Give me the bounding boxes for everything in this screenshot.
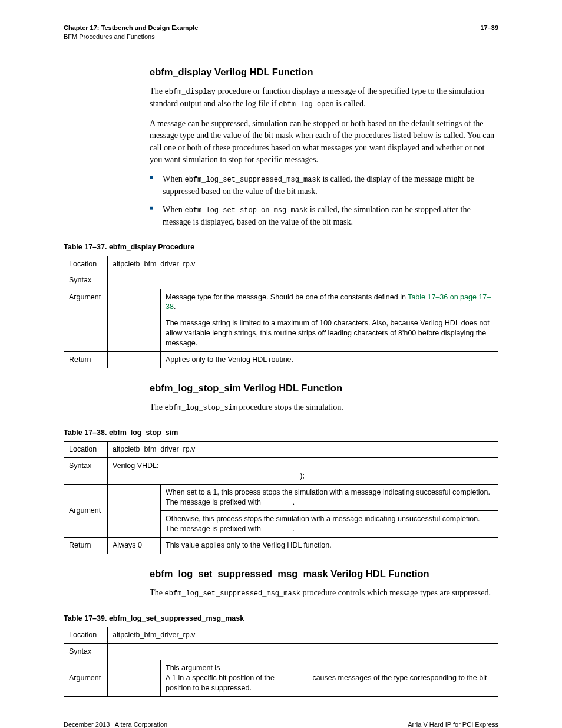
t39-caption: Table 17–39. ebfm_log_set_suppressed_msg… <box>64 614 498 624</box>
table-row: message The message string is limited to… <box>64 315 498 352</box>
t38-caption: Table 17–38. ebfm_log_stop_sim <box>64 428 498 439</box>
sec1-bullets: When ebfm_log_set_suppressed_msg_mask is… <box>150 173 498 228</box>
sec1-bullet1: When ebfm_log_set_suppressed_msg_mask is… <box>150 173 498 197</box>
table-row: Location altpcietb_bfm_driver_rp.v <box>64 442 498 458</box>
sec1-title: ebfm_display Verilog HDL Function <box>150 65 498 79</box>
sec2-p1: The ebfm_log_stop_sim procedure stops th… <box>150 401 498 413</box>
table-row: Argument msg_type Message type for the m… <box>64 289 498 315</box>
sec1-p1: The ebfm_display procedure or function d… <box>150 85 498 110</box>
table-row: Syntax ebfm_display(msg_type, message) <box>64 272 498 289</box>
table-row: Return Always 0 This value applies only … <box>64 538 498 554</box>
footer-right: Arria V Hard IP for PCI Express User Gui… <box>408 720 498 728</box>
sec2-title: ebfm_log_stop_sim Verilog HDL Function <box>150 381 498 395</box>
header-subsection: BFM Procedures and Functions <box>64 32 198 41</box>
sec3-title: ebfm_log_set_suppressed_msg_mask Verilog… <box>150 567 498 581</box>
table-row: Return always 0 Applies only to the Veri… <box>64 351 498 368</box>
footer-left: December 2013 Altera Corporation <box>64 720 167 728</box>
table-row: Syntax Verilog VHDL: return:=ebfm_log_st… <box>64 457 498 484</box>
table-37: Location altpcietb_bfm_driver_rp.v Synta… <box>64 256 498 369</box>
table-38: Location altpcietb_bfm_driver_rp.v Synta… <box>64 441 498 554</box>
page-header: Chapter 17: Testbench and Design Example… <box>64 24 498 44</box>
table-row: Location altpcietb_bfm_driver_rp.v <box>64 627 498 644</box>
table-row: Location altpcietb_bfm_driver_rp.v <box>64 256 498 272</box>
page-number: 17–39 <box>480 24 498 32</box>
sec1-p2: A message can be suppressed, simulation … <box>150 117 498 166</box>
table-row: Syntax ebfm_log_set_suppressed_msg_mask … <box>64 643 498 660</box>
header-chapter: Chapter 17: Testbench and Design Example <box>64 24 198 32</box>
sec3-p1: The ebfm_log_set_suppressed_msg_mask pro… <box>150 587 498 599</box>
table-row: Argument success When set to a 1, this p… <box>64 485 498 511</box>
table-row: Argument msg_mask This argument is reg [… <box>64 660 498 697</box>
sec1-bullet2: When ebfm_log_set_stop_on_msg_mask is ca… <box>150 203 498 228</box>
table-39: Location altpcietb_bfm_driver_rp.v Synta… <box>64 627 498 697</box>
t37-caption: Table 17–37. ebfm_display Procedure <box>64 242 498 253</box>
page-footer: December 2013 Altera Corporation Arria V… <box>64 720 498 728</box>
